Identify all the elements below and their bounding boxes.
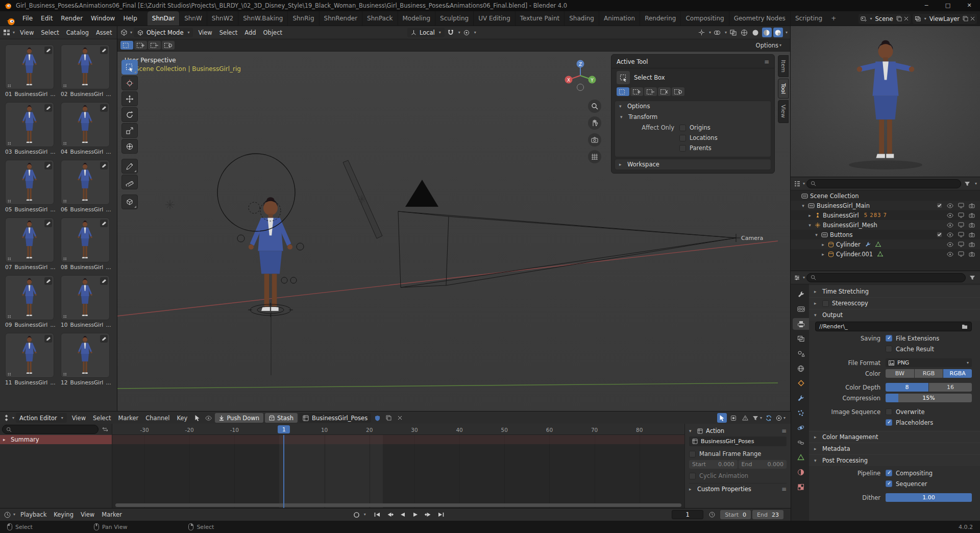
workspace-panel-header[interactable]: ▸ Workspace	[615, 159, 771, 169]
workspace-tab-shnpack[interactable]: ShnPack	[362, 11, 397, 26]
action-name-field[interactable]: BusinessGirl_Poses	[689, 437, 787, 446]
color-option-rgb[interactable]: RGB	[915, 369, 943, 378]
editor-type-chevron-icon[interactable]: ▾	[12, 416, 14, 420]
asset-item[interactable]: 08_BusinessGirl_...	[61, 217, 111, 270]
close-button[interactable]: ✕	[959, 0, 980, 11]
disclosure-icon[interactable]: ▸	[807, 213, 813, 218]
sequencer-checkbox[interactable]	[886, 480, 892, 487]
dopesheet-timeline[interactable]: -30-20-1010203040506070801	[112, 424, 684, 508]
action-start-field[interactable]: Start0.000	[689, 460, 738, 469]
proportional-edit-toggle[interactable]: ▾	[776, 413, 786, 423]
viewport-menu-select[interactable]: Select	[216, 26, 241, 39]
scene-selector[interactable]: ▾ Scene	[859, 14, 911, 24]
menu-render[interactable]: Render	[57, 11, 87, 26]
menu-file[interactable]: File	[18, 11, 37, 26]
select-mode-set-button[interactable]	[120, 41, 133, 50]
unlink-action-button[interactable]	[395, 413, 405, 423]
properties-search-input[interactable]	[806, 273, 966, 282]
workspace-tab-shnrender[interactable]: ShnRender	[319, 11, 362, 26]
cyclic-animation-checkbox[interactable]	[689, 473, 696, 479]
play-reverse-button[interactable]	[398, 510, 408, 520]
playbar-menu-view[interactable]: View	[77, 508, 98, 521]
properties-tab-constraints[interactable]	[793, 437, 809, 448]
keying-set-chevron-icon[interactable]: ▾	[364, 513, 366, 517]
asset-thumbnail[interactable]	[61, 102, 110, 147]
properties-tab-physics[interactable]	[793, 422, 809, 433]
toggle-monitor-icon[interactable]	[957, 222, 965, 228]
workspace-tab-uv-editing[interactable]: UV Editing	[473, 11, 515, 26]
panel-grip-icon[interactable]: ≡	[781, 486, 787, 493]
edit-asset-pencil-icon[interactable]	[100, 46, 108, 54]
prev-keyframe-button[interactable]	[385, 510, 395, 520]
cache-result-checkbox[interactable]	[886, 346, 892, 352]
only-selected-filter-toggle[interactable]	[192, 413, 202, 423]
dither-slider[interactable]: 1.00	[886, 493, 972, 502]
hidden-filter-toggle[interactable]	[204, 413, 213, 423]
asset-thumbnail[interactable]	[5, 275, 54, 320]
proportional-chevron-icon[interactable]: ▾	[474, 31, 476, 35]
select-mode-set-button[interactable]	[617, 87, 629, 96]
gizmo-chevron-icon[interactable]: ▾	[709, 31, 711, 35]
asset-item[interactable]: 05_BusinessGirl_...	[5, 160, 55, 212]
select-mode-extend-button[interactable]	[630, 87, 643, 96]
select-mode-subtract-button[interactable]	[148, 41, 161, 50]
add-primitive-tool-button[interactable]	[121, 195, 138, 209]
select-box-tool-button[interactable]	[121, 60, 138, 75]
toggle-camera-icon[interactable]	[967, 252, 976, 257]
cursor-tool-button[interactable]	[121, 76, 138, 90]
edit-asset-pencil-icon[interactable]	[100, 162, 108, 169]
properties-tab-render[interactable]	[793, 303, 809, 315]
new-view-layer-icon[interactable]	[963, 16, 968, 21]
panel-color-management[interactable]: ▸Color Management	[809, 431, 980, 443]
show-gizmo-toggle[interactable]	[697, 28, 706, 37]
panel-output[interactable]: ▾Output	[809, 309, 980, 321]
workspace-tab-shnw-baking[interactable]: ShnW.Baking	[238, 11, 287, 26]
editor-type-chevron-icon[interactable]: ▾	[13, 31, 15, 35]
toggle-eye-icon[interactable]	[946, 252, 954, 257]
navigation-gizmo[interactable]: Z X Y	[564, 59, 597, 92]
jump-start-button[interactable]	[373, 510, 382, 520]
workspace-tab-geometry-nodes[interactable]: Geometry Nodes	[729, 11, 790, 26]
toggle-eye-icon[interactable]	[946, 232, 954, 237]
dopesheet-menu-select[interactable]: Select	[89, 411, 114, 425]
workspace-tab-modeling[interactable]: Modeling	[398, 11, 435, 26]
asset-item[interactable]: 02_BusinessGirl_...	[61, 44, 111, 97]
panel-metadata[interactable]: ▸Metadata	[809, 443, 980, 454]
viewport-editor-icon[interactable]	[120, 29, 128, 36]
scene-end-field[interactable]: End23	[752, 510, 783, 519]
properties-tab-material[interactable]	[793, 466, 809, 478]
select-mode-intersect-button[interactable]	[162, 41, 175, 50]
auto-key-record-button[interactable]	[352, 510, 361, 520]
menu-help[interactable]: Help	[119, 11, 141, 26]
workspace-tab-animation[interactable]: Animation	[599, 11, 640, 26]
outliner-row-businessgirl[interactable]: ▸BusinessGirl5 283 7	[791, 210, 980, 220]
empty-object-1[interactable]	[165, 200, 175, 209]
asset-menu-view[interactable]: View	[16, 26, 37, 39]
checkbox-parents[interactable]	[679, 145, 686, 152]
camera-object[interactable]	[398, 180, 740, 287]
asset-thumbnail[interactable]	[61, 44, 110, 89]
editor-type-chevron-icon[interactable]: ▾	[803, 276, 805, 280]
edit-asset-pencil-icon[interactable]	[44, 335, 52, 343]
tool-options-header[interactable]: ▾ Options	[615, 101, 771, 111]
new-scene-icon[interactable]	[896, 16, 902, 21]
toggle-eye-icon[interactable]	[946, 213, 954, 218]
properties-tab-texture[interactable]	[793, 481, 809, 493]
camera-view-icon[interactable]	[588, 133, 601, 147]
disclosure-icon[interactable]: ▸	[820, 252, 826, 257]
shading-wireframe-button[interactable]	[740, 28, 749, 37]
panel-stereoscopy[interactable]: ▸Stereoscopy	[809, 297, 980, 309]
dopesheet-menu-view[interactable]: View	[68, 411, 89, 425]
outliner-row-scene-collection[interactable]: Scene Collection	[791, 191, 980, 201]
unlink-scene-icon[interactable]	[904, 16, 909, 21]
affect-option-origins[interactable]: Origins	[679, 124, 710, 131]
scene-name[interactable]: Scene	[874, 15, 894, 22]
xray-toggle[interactable]	[728, 28, 738, 37]
asset-thumbnail[interactable]	[5, 44, 54, 89]
toggle-eye-icon[interactable]	[946, 223, 954, 228]
scene-start-field[interactable]: Start0	[720, 510, 751, 519]
toggle-monitor-icon[interactable]	[957, 232, 965, 237]
toggle-camera-icon[interactable]	[967, 232, 976, 237]
filter-chevron-icon[interactable]: ▾	[975, 182, 977, 186]
asset-thumbnail[interactable]	[5, 217, 54, 262]
